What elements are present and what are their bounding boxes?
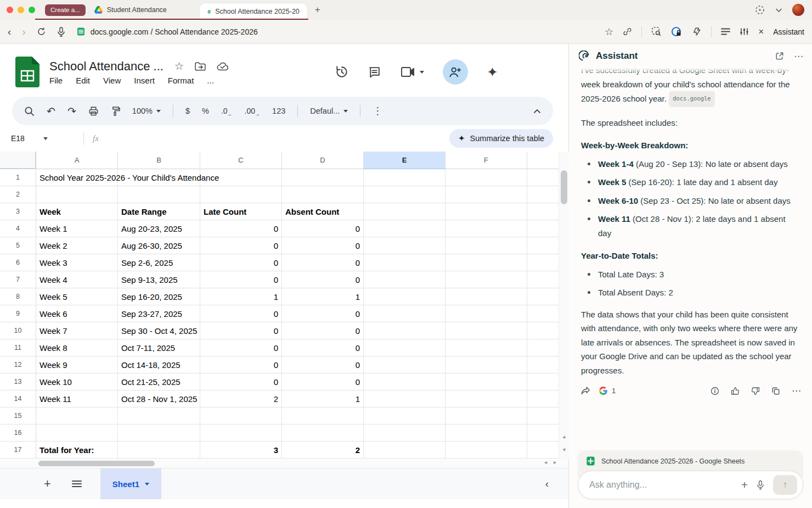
meet-camera-icon[interactable] xyxy=(400,66,415,78)
cell-E17[interactable] xyxy=(364,442,446,459)
cell-A1[interactable]: School Year 2025-2026 - Your Child's Att… xyxy=(36,169,118,186)
cell-B7[interactable]: Sep 9-13, 2025 xyxy=(118,271,200,288)
cell-F10[interactable] xyxy=(446,322,527,339)
cell-B17[interactable] xyxy=(118,442,200,459)
cell-A10[interactable]: Week 7 xyxy=(36,322,118,339)
collapse-panel-icon[interactable]: ‹ xyxy=(545,478,549,490)
extensions-icon[interactable] xyxy=(691,26,702,37)
column-header-A[interactable]: A xyxy=(36,152,118,169)
scroll-down-arrow[interactable]: ▾ xyxy=(559,446,569,453)
cell-E7[interactable] xyxy=(364,271,446,288)
cell-C4[interactable]: 0 xyxy=(200,220,282,237)
column-header-D[interactable]: D xyxy=(282,152,364,169)
summarize-table-button[interactable]: ✦ Summarize this table xyxy=(449,129,553,148)
cell-F4[interactable] xyxy=(446,220,527,237)
cell-A4[interactable]: Week 1 xyxy=(36,220,118,237)
menu-insert[interactable]: Insert xyxy=(134,76,155,85)
cell-F17[interactable] xyxy=(446,442,527,459)
cell-C5[interactable]: 0 xyxy=(200,237,282,254)
cell-C17[interactable]: 3 xyxy=(200,442,282,459)
cell-C9[interactable]: 0 xyxy=(200,305,282,322)
bookmark-star-icon[interactable]: ☆ xyxy=(605,27,613,37)
close-window-button[interactable] xyxy=(7,7,13,13)
cell-B16[interactable] xyxy=(118,425,200,442)
row-header-3[interactable]: 3 xyxy=(0,203,36,220)
cell-F3[interactable] xyxy=(446,203,527,220)
cell-C7[interactable]: 0 xyxy=(200,271,282,288)
row-header-6[interactable]: 6 xyxy=(0,254,36,271)
cell-D6[interactable]: 0 xyxy=(282,254,364,271)
cell-D10[interactable]: 0 xyxy=(282,322,364,339)
thumbs-up-icon[interactable] xyxy=(731,387,740,395)
row-header-15[interactable]: 15 xyxy=(0,407,36,425)
cell-C2[interactable] xyxy=(200,186,282,203)
source-chip[interactable]: docs.google xyxy=(669,91,715,107)
cell-D17[interactable]: 2 xyxy=(282,442,364,459)
cell-E13[interactable] xyxy=(364,373,446,390)
cell-E2[interactable] xyxy=(364,186,446,203)
equalizer-icon[interactable] xyxy=(740,27,749,36)
cell-A7[interactable]: Week 4 xyxy=(36,271,118,288)
sheet-menu-caret[interactable] xyxy=(145,483,149,485)
column-header-B[interactable]: B xyxy=(118,152,200,169)
cloud-saved-icon[interactable] xyxy=(217,62,229,71)
share-button[interactable] xyxy=(443,59,468,85)
column-header-C[interactable]: C xyxy=(200,152,282,169)
cell-E14[interactable] xyxy=(364,390,446,407)
cell-D8[interactable]: 1 xyxy=(282,288,364,305)
cell-B14[interactable]: Oct 28 - Nov 1, 2025 xyxy=(118,390,200,407)
menu-view[interactable]: View xyxy=(103,76,121,85)
cell-F14[interactable] xyxy=(446,390,527,407)
cell-A8[interactable]: Week 5 xyxy=(36,288,118,305)
row-header-16[interactable]: 16 xyxy=(0,425,36,442)
row-header-11[interactable]: 11 xyxy=(0,339,36,356)
row-header-9[interactable]: 9 xyxy=(0,305,36,322)
profile-avatar[interactable] xyxy=(792,4,804,16)
version-history-icon[interactable] xyxy=(335,65,349,79)
cell-C6[interactable]: 0 xyxy=(200,254,282,271)
copy-icon[interactable] xyxy=(771,387,780,395)
cell-B2[interactable] xyxy=(118,186,200,203)
currency-format-button[interactable]: $ xyxy=(185,107,190,115)
cell-D3[interactable]: Absent Count xyxy=(282,203,364,220)
camera-dropdown-caret[interactable] xyxy=(420,71,424,74)
cell-A5[interactable]: Week 2 xyxy=(36,237,118,254)
row-header-17[interactable]: 17 xyxy=(0,442,36,459)
cell-E9[interactable] xyxy=(364,305,446,322)
assistant-more-icon[interactable]: ⋯ xyxy=(794,51,803,62)
cell-F15[interactable] xyxy=(446,407,527,425)
cell-C11[interactable]: 0 xyxy=(200,339,282,356)
cell-D1[interactable] xyxy=(282,169,364,186)
thumbs-down-icon[interactable] xyxy=(751,387,760,395)
row-header-2[interactable]: 2 xyxy=(0,186,36,203)
cell-A2[interactable] xyxy=(36,186,118,203)
reading-list-icon[interactable] xyxy=(721,28,730,35)
screenshot-search-icon[interactable] xyxy=(651,26,662,37)
cell-E16[interactable] xyxy=(364,425,446,442)
cell-A13[interactable]: Week 10 xyxy=(36,373,118,390)
new-tab-button[interactable]: + xyxy=(315,4,320,15)
cell-D16[interactable] xyxy=(282,425,364,442)
comments-icon[interactable] xyxy=(368,65,381,79)
cell-B12[interactable]: Oct 14-18, 2025 xyxy=(118,356,200,373)
column-header-F[interactable]: F xyxy=(446,152,527,169)
cell-D12[interactable]: 0 xyxy=(282,356,364,373)
move-folder-icon[interactable] xyxy=(195,62,206,71)
more-toolbar-icon[interactable]: ⋮ xyxy=(373,105,382,117)
cell-D4[interactable]: 0 xyxy=(282,220,364,237)
scroll-left-arrow[interactable]: ◂ xyxy=(544,459,547,465)
scroll-right-arrow[interactable]: ▸ xyxy=(554,459,556,465)
cell-A3[interactable]: Week xyxy=(36,203,118,220)
cell-F1[interactable] xyxy=(446,169,527,186)
focus-mode-icon[interactable] xyxy=(754,4,765,15)
gemini-icon[interactable]: ✦ xyxy=(487,64,498,80)
cell-D2[interactable] xyxy=(282,186,364,203)
doc-title[interactable]: School Attendance ... xyxy=(49,59,163,74)
number-format-button[interactable]: 123 xyxy=(272,107,285,115)
menu-more[interactable]: ... xyxy=(207,76,214,85)
menu-format[interactable]: Format xyxy=(168,76,194,85)
cell-E10[interactable] xyxy=(364,322,446,339)
font-select[interactable]: Defaul... xyxy=(310,107,348,115)
cell-C8[interactable]: 1 xyxy=(200,288,282,305)
zoom-select[interactable]: 100% xyxy=(132,107,161,115)
